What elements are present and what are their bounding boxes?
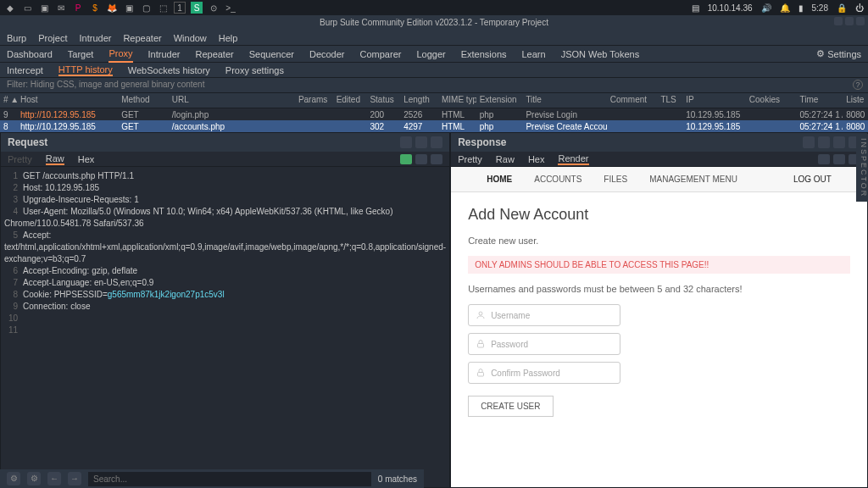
- col-length[interactable]: Length: [400, 93, 438, 108]
- workspace-indicator[interactable]: 1: [174, 2, 186, 14]
- col-url[interactable]: URL: [169, 93, 295, 108]
- menu-burp[interactable]: Burp: [7, 33, 26, 43]
- pane-btn[interactable]: [803, 136, 815, 148]
- pane-btn[interactable]: [431, 136, 442, 148]
- col-mime[interactable]: MIME type: [438, 93, 476, 108]
- app-icon[interactable]: ▢: [140, 2, 152, 14]
- col-title[interactable]: Title: [522, 93, 606, 108]
- battery-icon[interactable]: ▮: [798, 3, 804, 13]
- tab-jwt[interactable]: JSON Web Tokens: [561, 47, 640, 62]
- table-row[interactable]: 9 http://10.129.95.185 GET /login.php 20…: [0, 108, 868, 120]
- pane-btn[interactable]: [415, 136, 427, 148]
- tab-comparer[interactable]: Comparer: [360, 47, 402, 62]
- maximize-button[interactable]: [845, 17, 854, 25]
- request-body[interactable]: 1GET /accounts.php HTTP/1.1 2Host: 10.12…: [1, 167, 449, 487]
- wrap-btn[interactable]: [415, 154, 427, 164]
- subtab-http-history[interactable]: HTTP history: [58, 64, 113, 76]
- col-num[interactable]: # ▲: [0, 93, 17, 108]
- menu-help[interactable]: Help: [219, 33, 238, 43]
- username-field[interactable]: Username: [468, 304, 620, 326]
- app-icon[interactable]: ◆: [4, 2, 16, 14]
- res-tab-render[interactable]: Render: [558, 153, 588, 165]
- subtab-intercept[interactable]: Intercept: [7, 65, 43, 75]
- col-ip[interactable]: IP: [682, 93, 746, 108]
- app-icon[interactable]: ⬚: [157, 2, 169, 14]
- notification-icon[interactable]: 🔔: [780, 3, 790, 13]
- col-cookies[interactable]: Cookies: [746, 93, 797, 108]
- pane-btn[interactable]: [833, 136, 845, 148]
- nav-management[interactable]: MANAGEMENT MENU: [649, 175, 737, 184]
- tab-intruder[interactable]: Intruder: [148, 47, 181, 62]
- inspector-tab[interactable]: INSPECTOR: [856, 134, 868, 202]
- close-button[interactable]: [856, 17, 865, 25]
- menu-window[interactable]: Window: [174, 33, 207, 43]
- tab-repeater[interactable]: Repeater: [195, 47, 233, 62]
- app-icon[interactable]: P: [72, 2, 84, 14]
- create-user-button[interactable]: CREATE USER: [468, 396, 553, 417]
- app-icon[interactable]: ✉: [55, 2, 67, 14]
- table-row[interactable]: 8 http://10.129.95.185 GET /accounts.php…: [0, 120, 868, 132]
- app-icon[interactable]: 🦊: [106, 2, 118, 14]
- app-icon[interactable]: ▭: [21, 2, 33, 14]
- confirm-password-field[interactable]: Confirm Password: [468, 362, 620, 384]
- app-icon[interactable]: ⊙: [208, 2, 220, 14]
- req-tab-raw[interactable]: Raw: [46, 153, 64, 165]
- pane-btn[interactable]: [818, 136, 830, 148]
- gear-icon[interactable]: ⚙: [7, 472, 20, 485]
- lock-icon[interactable]: 🔒: [837, 3, 847, 13]
- gear-icon[interactable]: ⚙: [27, 472, 41, 485]
- power-icon[interactable]: ⏻: [855, 3, 864, 13]
- subtab-websockets[interactable]: WebSockets history: [128, 65, 210, 75]
- prev-button[interactable]: ←: [47, 472, 61, 485]
- col-status[interactable]: Status: [366, 93, 400, 108]
- pane-view-btn[interactable]: [818, 154, 830, 164]
- col-ext[interactable]: Extension: [476, 93, 523, 108]
- volume-icon[interactable]: 🔊: [761, 3, 771, 13]
- req-tab-pretty[interactable]: Pretty: [8, 154, 32, 164]
- col-params[interactable]: Params: [295, 93, 333, 108]
- col-comment[interactable]: Comment: [607, 93, 658, 108]
- app-icon[interactable]: ▣: [38, 2, 50, 14]
- filter-bar[interactable]: Filter: Hiding CSS, image and general bi…: [0, 78, 868, 93]
- password-field[interactable]: Password: [468, 333, 620, 355]
- tab-extensions[interactable]: Extensions: [461, 47, 507, 62]
- action-btn[interactable]: [400, 154, 412, 164]
- tab-learn[interactable]: Learn: [522, 47, 546, 62]
- app-icon[interactable]: S: [191, 2, 203, 14]
- tab-proxy[interactable]: Proxy: [108, 46, 132, 63]
- col-edited[interactable]: Edited: [333, 93, 367, 108]
- pane-btn[interactable]: [400, 136, 412, 148]
- tab-decoder[interactable]: Decoder: [309, 47, 345, 62]
- nav-logout[interactable]: LOG OUT: [793, 175, 832, 184]
- app-icon[interactable]: ▣: [123, 2, 135, 14]
- col-host[interactable]: Host: [17, 93, 118, 108]
- nav-home[interactable]: HOME: [487, 175, 512, 184]
- search-input[interactable]: [88, 472, 371, 486]
- nav-accounts[interactable]: ACCOUNTS: [534, 175, 581, 184]
- col-method[interactable]: Method: [118, 93, 169, 108]
- terminal-icon[interactable]: >_: [225, 2, 236, 14]
- minimize-button[interactable]: [834, 17, 843, 25]
- req-tab-hex[interactable]: Hex: [78, 154, 95, 164]
- subtab-proxy-settings[interactable]: Proxy settings: [225, 65, 284, 75]
- menu-intruder[interactable]: Intruder: [80, 33, 112, 43]
- col-time[interactable]: Time: [796, 93, 843, 108]
- menu-project[interactable]: Project: [38, 33, 67, 43]
- menu-repeater[interactable]: Repeater: [123, 33, 161, 43]
- newline-btn[interactable]: [431, 154, 442, 164]
- nav-files[interactable]: FILES: [604, 175, 627, 184]
- vpn-icon[interactable]: ▤: [692, 3, 699, 13]
- res-tab-hex[interactable]: Hex: [528, 154, 545, 164]
- pane-view-btn[interactable]: [833, 154, 845, 164]
- next-button[interactable]: →: [68, 472, 81, 485]
- app-icon[interactable]: $: [89, 2, 101, 14]
- tab-dashboard[interactable]: Dashboard: [7, 47, 53, 62]
- tab-target[interactable]: Target: [68, 47, 94, 62]
- tab-sequencer[interactable]: Sequencer: [249, 47, 294, 62]
- col-liste[interactable]: Liste: [843, 93, 868, 108]
- res-tab-raw[interactable]: Raw: [496, 154, 515, 164]
- res-tab-pretty[interactable]: Pretty: [458, 154, 482, 164]
- help-icon[interactable]: ?: [853, 80, 863, 90]
- col-tls[interactable]: TLS: [657, 93, 682, 108]
- settings-button[interactable]: ⚙ Settings: [816, 47, 861, 62]
